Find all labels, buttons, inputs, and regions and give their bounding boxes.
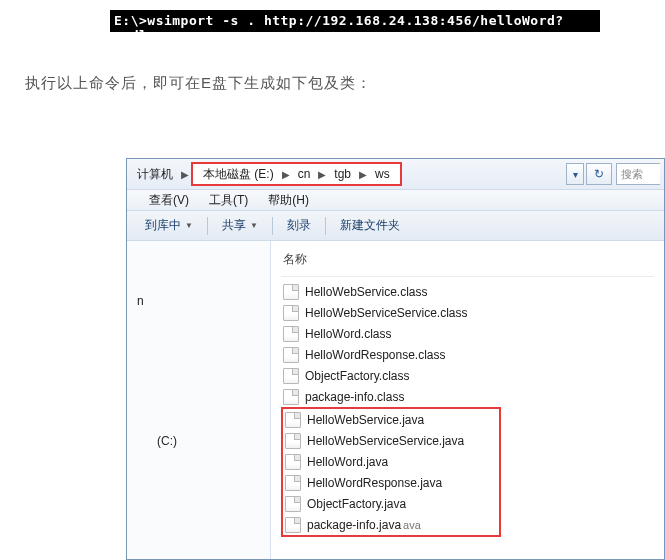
toolbar-separator — [325, 217, 326, 235]
file-icon — [283, 305, 299, 321]
toolbar-label: 共享 — [222, 217, 246, 234]
file-icon — [285, 433, 301, 449]
dropdown-arrow-button[interactable]: ▾ — [566, 163, 584, 185]
breadcrumb-item-ws[interactable]: ws — [369, 165, 396, 183]
file-name: HelloWebService.java — [307, 413, 424, 427]
file-row[interactable]: package-info.class — [281, 386, 654, 407]
file-row[interactable]: HelloWebServiceService.class — [281, 302, 654, 323]
breadcrumb-item-drive[interactable]: 本地磁盘 (E:) — [197, 164, 280, 185]
toolbar-include-in-library[interactable]: 到库中 ▼ — [133, 213, 205, 238]
sidebar-item[interactable]: n — [127, 291, 270, 311]
file-row[interactable]: ObjectFactory.class — [281, 365, 654, 386]
menu-tools[interactable]: 工具(T) — [199, 190, 258, 211]
menu-bar: 查看(V) 工具(T) 帮助(H) — [127, 189, 664, 211]
chevron-down-icon: ▼ — [185, 221, 193, 230]
file-name: HelloWord.class — [305, 327, 391, 341]
content-area: n (C:) 名称 HelloWebService.class HelloWeb… — [127, 241, 664, 559]
toolbar-share[interactable]: 共享 ▼ — [210, 213, 270, 238]
java-files-highlighted-group: HelloWebService.java HelloWebServiceServ… — [281, 407, 501, 537]
file-row[interactable]: HelloWordResponse.java — [283, 472, 497, 493]
terminal-command: E:\>wsimport -s . http://192.168.24.138:… — [110, 10, 600, 32]
explorer-window: 计算机 ▶ 本地磁盘 (E:) ▶ cn ▶ tgb ▶ ws ▾ ↻ 搜索 查… — [126, 158, 665, 560]
menu-view[interactable]: 查看(V) — [139, 190, 199, 211]
file-row[interactable]: HelloWord.class — [281, 323, 654, 344]
menu-help[interactable]: 帮助(H) — [258, 190, 319, 211]
refresh-button[interactable]: ↻ — [586, 163, 612, 185]
file-row[interactable]: ObjectFactory.java — [283, 493, 497, 514]
file-icon — [283, 347, 299, 363]
file-icon — [283, 368, 299, 384]
file-icon — [285, 496, 301, 512]
file-name: HelloWord.java — [307, 455, 388, 469]
description-text: 执行以上命令后，即可在E盘下生成如下包及类： — [25, 74, 372, 93]
toolbar-burn[interactable]: 刻录 — [275, 213, 323, 238]
file-row[interactable]: HelloWebService.java — [283, 409, 497, 430]
breadcrumb-highlighted: 本地磁盘 (E:) ▶ cn ▶ tgb ▶ ws — [191, 162, 402, 186]
chevron-right-icon: ▶ — [179, 169, 191, 180]
file-name: HelloWebServiceService.java — [307, 434, 464, 448]
toolbar-label: 到库中 — [145, 217, 181, 234]
file-row[interactable]: HelloWebService.class — [281, 281, 654, 302]
file-row[interactable]: package-info.java ava — [283, 514, 497, 535]
sidebar-item-drive-c[interactable]: (C:) — [127, 431, 270, 451]
file-list-panel: 名称 HelloWebService.class HelloWebService… — [271, 241, 664, 559]
file-name: ObjectFactory.class — [305, 369, 409, 383]
file-icon — [283, 326, 299, 342]
overlap-text: ava — [403, 519, 421, 531]
file-name: package-info.java — [307, 518, 401, 532]
column-header-name[interactable]: 名称 — [281, 247, 654, 277]
file-name: package-info.class — [305, 390, 404, 404]
file-name: HelloWordResponse.java — [307, 476, 442, 490]
chevron-down-icon: ▼ — [250, 221, 258, 230]
file-icon — [285, 517, 301, 533]
file-row[interactable]: HelloWebServiceService.java — [283, 430, 497, 451]
file-icon — [283, 389, 299, 405]
file-icon — [285, 475, 301, 491]
file-icon — [283, 284, 299, 300]
search-input[interactable]: 搜索 — [616, 163, 660, 185]
file-name: HelloWebService.class — [305, 285, 428, 299]
breadcrumb-item-cn[interactable]: cn — [292, 165, 317, 183]
chevron-right-icon: ▶ — [357, 169, 369, 180]
file-row[interactable]: HelloWord.java — [283, 451, 497, 472]
address-bar: 计算机 ▶ 本地磁盘 (E:) ▶ cn ▶ tgb ▶ ws ▾ ↻ 搜索 — [127, 159, 664, 189]
toolbar-separator — [207, 217, 208, 235]
toolbar: 到库中 ▼ 共享 ▼ 刻录 新建文件夹 — [127, 211, 664, 241]
chevron-right-icon: ▶ — [280, 169, 292, 180]
file-icon — [285, 412, 301, 428]
chevron-right-icon: ▶ — [316, 169, 328, 180]
file-name: ObjectFactory.java — [307, 497, 406, 511]
breadcrumb-item-tgb[interactable]: tgb — [328, 165, 357, 183]
toolbar-new-folder[interactable]: 新建文件夹 — [328, 213, 412, 238]
file-icon — [285, 454, 301, 470]
navigation-sidebar: n (C:) — [127, 241, 271, 559]
breadcrumb-root[interactable]: 计算机 — [131, 162, 179, 187]
file-row[interactable]: HelloWordResponse.class — [281, 344, 654, 365]
file-name: HelloWordResponse.class — [305, 348, 446, 362]
file-name: HelloWebServiceService.class — [305, 306, 468, 320]
toolbar-separator — [272, 217, 273, 235]
